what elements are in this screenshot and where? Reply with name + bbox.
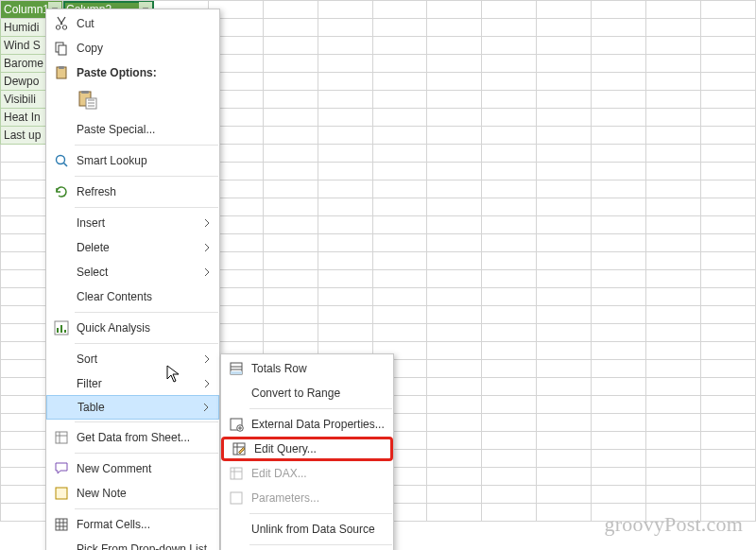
submenu-convert-range[interactable]: Convert to Range <box>221 381 393 405</box>
menu-filter[interactable]: Filter <box>46 371 219 396</box>
menu-cut[interactable]: Cut <box>46 11 219 36</box>
menu-paste-special[interactable]: Paste Special... <box>46 117 219 142</box>
menu-paste-options-header: Paste Options: <box>46 60 219 85</box>
menu-copy[interactable]: Copy <box>46 36 219 60</box>
menu-select[interactable]: Select <box>46 260 219 284</box>
menu-clear-contents[interactable]: Clear Contents <box>46 284 219 309</box>
edit-query-icon <box>230 439 249 458</box>
menu-insert[interactable]: Insert <box>46 211 219 235</box>
get-data-icon <box>52 428 71 447</box>
properties-icon <box>227 415 246 434</box>
svg-point-1 <box>62 26 66 29</box>
svg-rect-11 <box>57 328 59 333</box>
submenu-edit-query-label: Edit Query... <box>254 442 383 455</box>
menu-new-comment[interactable]: New Comment <box>46 456 219 481</box>
svg-rect-7 <box>81 91 89 94</box>
menu-sort-label: Sort <box>77 352 202 366</box>
totals-row-icon <box>227 359 246 378</box>
menu-clear-contents-label: Clear Contents <box>77 290 212 303</box>
menu-delete[interactable]: Delete <box>46 235 219 260</box>
format-cells-icon <box>52 515 71 534</box>
svg-rect-5 <box>59 66 64 69</box>
menu-new-note[interactable]: New Note <box>46 481 219 506</box>
search-icon <box>52 151 71 170</box>
menu-new-note-label: New Note <box>77 487 212 500</box>
svg-point-0 <box>56 26 60 29</box>
svg-rect-12 <box>60 325 62 333</box>
submenu-unlink[interactable]: Unlink from Data Source <box>221 517 393 541</box>
edit-dax-icon <box>227 464 246 483</box>
copy-icon <box>52 39 71 58</box>
menu-paste-special-label: Paste Special... <box>77 123 212 136</box>
submenu-totals-row-label: Totals Row <box>251 362 386 375</box>
menu-smart-lookup-label: Smart Lookup <box>77 154 212 167</box>
menu-quick-analysis-label: Quick Analysis <box>77 321 212 335</box>
menu-pick-list-label: Pick From Drop-down List... <box>77 542 216 550</box>
submenu-parameters-label: Parameters... <box>251 491 386 505</box>
menu-new-comment-label: New Comment <box>77 462 212 475</box>
svg-rect-15 <box>56 488 67 499</box>
svg-rect-16 <box>56 519 67 530</box>
menu-copy-label: Copy <box>77 42 212 55</box>
menu-table-label: Table <box>77 401 201 414</box>
submenu-totals-row[interactable]: Totals Row <box>221 356 393 381</box>
refresh-icon <box>52 182 71 201</box>
submenu-edit-dax-label: Edit DAX... <box>251 467 386 480</box>
submenu-parameters: Parameters... <box>221 486 393 510</box>
submenu-ext-data-props[interactable]: External Data Properties... <box>221 412 393 437</box>
submenu-edit-dax: Edit DAX... <box>221 461 393 486</box>
menu-get-data-label: Get Data from Sheet... <box>77 431 212 444</box>
paste-option-keep-source[interactable] <box>75 87 101 113</box>
menu-table[interactable]: Table <box>46 395 219 420</box>
chevron-right-icon <box>202 354 212 364</box>
menu-filter-label: Filter <box>77 377 202 390</box>
submenu-ext-data-props-label: External Data Properties... <box>251 418 386 431</box>
chevron-right-icon <box>202 218 212 228</box>
svg-rect-18 <box>231 371 242 374</box>
comment-icon <box>52 459 71 478</box>
menu-select-label: Select <box>77 266 202 279</box>
menu-pick-list[interactable]: Pick From Drop-down List... <box>46 537 219 550</box>
submenu-convert-range-label: Convert to Range <box>251 387 386 400</box>
menu-insert-label: Insert <box>77 216 202 230</box>
table-submenu: Totals Row Convert to Range External Dat… <box>220 353 394 550</box>
context-menu: Cut Copy Paste Options: Paste Special...… <box>45 9 220 550</box>
svg-rect-3 <box>59 45 66 55</box>
menu-get-data[interactable]: Get Data from Sheet... <box>46 425 219 450</box>
parameters-icon <box>227 489 246 507</box>
cut-icon <box>52 14 71 33</box>
menu-delete-label: Delete <box>77 241 202 254</box>
svg-rect-22 <box>231 468 242 479</box>
chevron-right-icon <box>202 267 212 277</box>
svg-rect-14 <box>56 432 67 443</box>
svg-rect-23 <box>231 492 242 504</box>
menu-refresh[interactable]: Refresh <box>46 180 219 204</box>
quick-analysis-icon <box>52 318 71 337</box>
column-header-1-label: Column1 <box>4 3 49 16</box>
chevron-right-icon <box>201 403 211 412</box>
paste-icon <box>52 63 71 82</box>
svg-rect-13 <box>64 330 66 333</box>
menu-paste-options-label: Paste Options: <box>77 66 212 79</box>
chevron-right-icon <box>202 243 212 252</box>
svg-point-9 <box>57 156 65 164</box>
menu-quick-analysis[interactable]: Quick Analysis <box>46 316 219 340</box>
watermark: groovyPost.com <box>605 512 743 537</box>
menu-refresh-label: Refresh <box>77 185 212 198</box>
chevron-right-icon <box>202 379 212 388</box>
note-icon <box>52 484 71 503</box>
menu-format-cells[interactable]: Format Cells... <box>46 512 219 537</box>
menu-format-cells-label: Format Cells... <box>77 518 212 531</box>
submenu-edit-query[interactable]: Edit Query... <box>221 437 393 461</box>
submenu-unlink-label: Unlink from Data Source <box>251 523 386 536</box>
menu-sort[interactable]: Sort <box>46 347 219 371</box>
menu-smart-lookup[interactable]: Smart Lookup <box>46 148 219 173</box>
menu-cut-label: Cut <box>77 17 212 30</box>
